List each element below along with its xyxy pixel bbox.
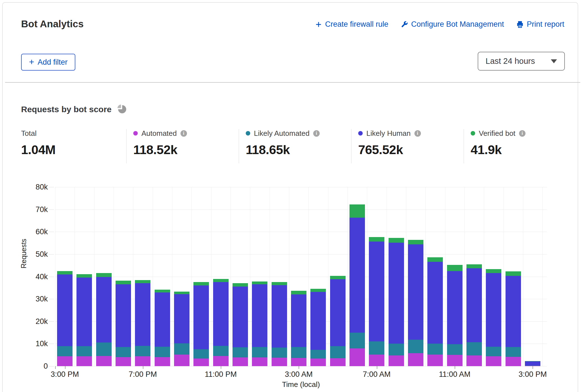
bar-segment-verified-bot: [291, 291, 306, 295]
bar-segment-automated: [466, 355, 482, 366]
bar-segment-likely-automated: [447, 344, 463, 355]
bar-segment-verified-bot: [155, 290, 170, 292]
bar-segment-verified-bot: [408, 240, 423, 244]
x-axis-tick: [299, 366, 299, 369]
bar-segment-automated: [408, 353, 423, 366]
bar-segment-automated: [96, 356, 112, 366]
bar-segment-likely-human: [174, 294, 190, 343]
chart-bar-7-00-am[interactable]: [369, 237, 384, 366]
x-axis-tick: [55, 366, 56, 369]
x-tick-label: 7:00 PM: [119, 370, 167, 379]
bar-segment-likely-automated: [310, 350, 326, 359]
bar-segment-likely-human: [427, 262, 443, 344]
x-axis-tick: [221, 366, 221, 369]
y-axis-tick: [49, 299, 54, 299]
x-gridline: [523, 187, 523, 366]
bar-segment-automated: [57, 356, 73, 366]
bar-segment-verified-bot: [135, 280, 150, 283]
bar-segment-likely-automated: [57, 346, 73, 356]
y-axis-tick: [49, 187, 54, 187]
y-axis-tick: [49, 254, 54, 254]
x-gridline: [231, 187, 231, 366]
chart-bar-2-00-am[interactable]: [272, 282, 287, 366]
chart-bar-9-00-pm[interactable]: [174, 292, 190, 366]
bar-segment-verified-bot: [330, 276, 346, 279]
bar-segment-automated: [389, 355, 404, 366]
y-axis-tick: [49, 209, 54, 210]
bar-segment-automated: [155, 357, 170, 366]
x-gridline: [445, 187, 445, 366]
chart-bar-12-00-am[interactable]: [233, 283, 248, 366]
chart-bar-3-00-pm[interactable]: [525, 361, 540, 366]
bar-segment-likely-human: [466, 268, 482, 342]
bar-segment-verified-bot: [233, 283, 248, 286]
bar-segment-likely-automated: [466, 342, 482, 355]
bar-segment-likely-automated: [252, 347, 267, 357]
y-gridline: [55, 209, 547, 210]
bar-segment-likely-automated: [427, 344, 443, 355]
chart-bar-5-00-am[interactable]: [330, 276, 346, 366]
x-gridline: [75, 187, 75, 366]
chart-bar-3-00-am[interactable]: [291, 291, 306, 366]
bar-segment-likely-automated: [369, 341, 384, 355]
chart-bar-12-00-pm[interactable]: [466, 264, 482, 366]
chart-bar-11-00-am[interactable]: [447, 265, 463, 366]
x-gridline: [55, 187, 55, 366]
y-gridline: [55, 232, 547, 232]
x-gridline: [250, 187, 250, 366]
x-gridline: [542, 187, 543, 366]
bar-segment-likely-automated: [330, 346, 346, 358]
bar-segment-verified-bot: [193, 282, 209, 285]
bar-segment-likely-automated: [193, 349, 209, 359]
bar-segment-automated: [76, 356, 92, 366]
chart-bar-1-00-pm[interactable]: [486, 269, 501, 366]
y-axis-tick: [49, 277, 54, 277]
chart-bar-5-00-pm[interactable]: [96, 273, 112, 366]
bar-segment-likely-human: [389, 243, 404, 343]
x-gridline: [406, 187, 406, 366]
bar-segment-verified-bot: [466, 264, 482, 268]
chart-bar-6-00-am[interactable]: [349, 204, 365, 366]
x-axis-tick: [143, 366, 143, 369]
x-gridline: [153, 187, 153, 366]
chart-bar-10-00-am[interactable]: [427, 257, 443, 366]
bar-segment-likely-automated: [174, 343, 190, 355]
x-tick-label: 3:00 PM: [509, 370, 556, 379]
x-tick-label: 11:00 AM: [431, 370, 479, 379]
bar-segment-automated: [506, 357, 521, 366]
chart-bar-3-00-pm[interactable]: [57, 271, 73, 366]
chart-bar-1-00-am[interactable]: [252, 281, 267, 366]
bar-segment-likely-automated: [389, 344, 404, 355]
bar-segment-likely-human: [447, 271, 463, 344]
x-gridline: [308, 187, 309, 366]
x-gridline: [94, 187, 94, 366]
chart-bar-10-00-pm[interactable]: [193, 282, 209, 366]
y-tick-label: 50k: [28, 250, 48, 259]
bar-segment-likely-human: [57, 274, 73, 346]
x-axis-title: Time (local): [259, 380, 343, 389]
bar-segment-automated: [427, 355, 443, 366]
bar-segment-verified-bot: [427, 257, 443, 262]
bar-segment-likely-automated: [233, 347, 248, 357]
chart-bar-4-00-pm[interactable]: [76, 274, 92, 366]
bar-segment-likely-automated: [349, 333, 365, 348]
bar-segment-verified-bot: [174, 292, 190, 294]
chart-bar-7-00-pm[interactable]: [135, 280, 150, 366]
chart-bar-11-00-pm[interactable]: [213, 279, 229, 366]
chart-bar-8-00-pm[interactable]: [155, 290, 170, 366]
x-axis-tick: [377, 366, 377, 369]
bar-segment-automated: [330, 358, 346, 366]
x-axis-tick: [533, 366, 533, 369]
bar-segment-likely-human: [408, 244, 423, 340]
x-gridline: [348, 187, 348, 366]
chart-bar-8-00-am[interactable]: [389, 238, 404, 366]
chart-bar-4-00-am[interactable]: [310, 289, 326, 366]
chart-bar-6-00-pm[interactable]: [116, 281, 131, 366]
bar-segment-likely-human: [349, 218, 365, 333]
bar-segment-verified-bot: [349, 204, 365, 218]
y-axis-tick: [49, 366, 54, 366]
chart-bar-2-00-pm[interactable]: [506, 271, 521, 366]
bar-segment-verified-bot: [57, 271, 73, 274]
chart-bar-9-00-am[interactable]: [408, 240, 423, 366]
requests-by-bot-score-chart: Requests Time (local) 010k20k30k40k50k60…: [0, 0, 582, 392]
